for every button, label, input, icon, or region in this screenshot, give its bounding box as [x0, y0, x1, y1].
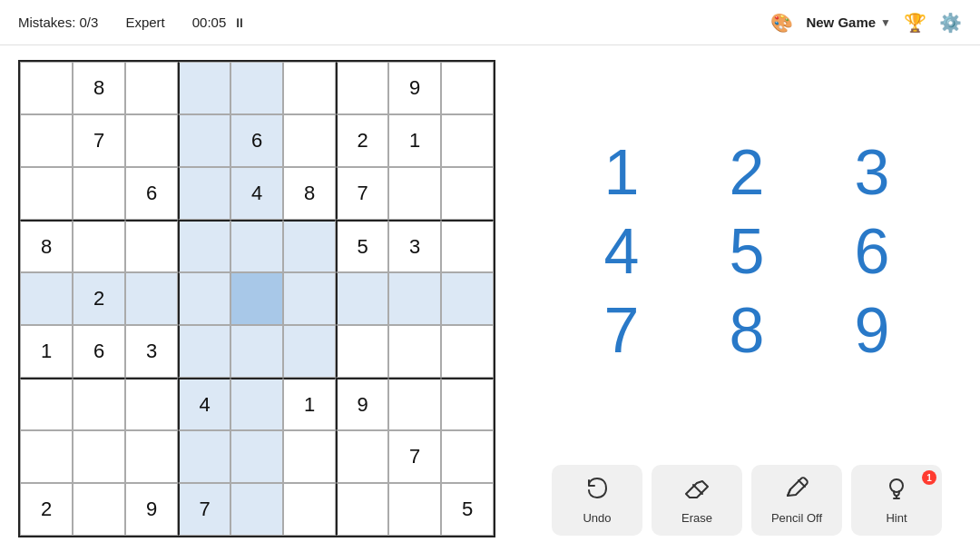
- table-row[interactable]: [178, 272, 230, 325]
- table-row[interactable]: 4: [178, 378, 230, 430]
- table-row[interactable]: [441, 378, 494, 430]
- table-row[interactable]: [125, 378, 178, 430]
- table-row[interactable]: [73, 430, 125, 483]
- table-row[interactable]: 9: [125, 483, 178, 536]
- table-row[interactable]: [178, 430, 230, 483]
- pause-icon[interactable]: ⏸: [233, 15, 246, 30]
- table-row[interactable]: [283, 483, 336, 536]
- table-row[interactable]: [20, 378, 73, 430]
- table-row[interactable]: 6: [230, 114, 283, 167]
- number-button-9[interactable]: 9: [809, 291, 935, 370]
- table-row[interactable]: [283, 220, 336, 272]
- pencil-button[interactable]: Pencil Off: [751, 465, 842, 536]
- number-button-2[interactable]: 2: [684, 133, 809, 212]
- table-row[interactable]: [388, 483, 441, 536]
- table-row[interactable]: [441, 220, 494, 272]
- table-row[interactable]: [230, 272, 283, 325]
- table-row[interactable]: [441, 325, 494, 378]
- table-row[interactable]: 5: [336, 220, 388, 272]
- table-row[interactable]: 1: [283, 378, 336, 430]
- table-row[interactable]: 6: [73, 325, 125, 378]
- gear-icon[interactable]: ⚙️: [939, 12, 962, 34]
- table-row[interactable]: 8: [73, 62, 125, 114]
- table-row[interactable]: [388, 167, 441, 220]
- table-row[interactable]: [388, 378, 441, 430]
- table-row[interactable]: [336, 430, 388, 483]
- table-row[interactable]: [178, 325, 230, 378]
- undo-button[interactable]: Undo: [552, 465, 642, 536]
- table-row[interactable]: [20, 62, 73, 114]
- number-button-3[interactable]: 3: [809, 133, 935, 212]
- table-row[interactable]: [441, 62, 494, 114]
- table-row[interactable]: [125, 114, 178, 167]
- table-row[interactable]: [73, 167, 125, 220]
- table-row[interactable]: [283, 325, 336, 378]
- table-row[interactable]: 2: [336, 114, 388, 167]
- table-row[interactable]: 9: [336, 378, 388, 430]
- table-row[interactable]: [336, 325, 388, 378]
- table-row[interactable]: [73, 378, 125, 430]
- table-row[interactable]: 4: [230, 167, 283, 220]
- table-row[interactable]: [388, 272, 441, 325]
- table-row[interactable]: [283, 430, 336, 483]
- table-row[interactable]: [125, 220, 178, 272]
- number-button-7[interactable]: 7: [559, 291, 684, 370]
- table-row[interactable]: [283, 272, 336, 325]
- table-row[interactable]: 2: [20, 483, 73, 536]
- table-row[interactable]: 8: [20, 220, 73, 272]
- table-row[interactable]: [178, 220, 230, 272]
- table-row[interactable]: [230, 220, 283, 272]
- table-row[interactable]: [73, 483, 125, 536]
- number-button-6[interactable]: 6: [809, 212, 935, 291]
- table-row[interactable]: 3: [388, 220, 441, 272]
- table-row[interactable]: [20, 114, 73, 167]
- table-row[interactable]: [20, 430, 73, 483]
- timer-section: 00:05 ⏸: [192, 15, 247, 30]
- new-game-button[interactable]: New Game ▼: [806, 15, 891, 30]
- table-row[interactable]: [336, 483, 388, 536]
- table-row[interactable]: [20, 167, 73, 220]
- number-button-5[interactable]: 5: [684, 212, 809, 291]
- table-row[interactable]: [441, 114, 494, 167]
- table-row[interactable]: [230, 62, 283, 114]
- table-row[interactable]: [283, 62, 336, 114]
- erase-button[interactable]: Erase: [652, 465, 742, 536]
- table-row[interactable]: [441, 430, 494, 483]
- number-button-4[interactable]: 4: [559, 212, 684, 291]
- table-row[interactable]: 7: [178, 483, 230, 536]
- number-button-8[interactable]: 8: [684, 291, 809, 370]
- table-row[interactable]: [283, 114, 336, 167]
- table-row[interactable]: 3: [125, 325, 178, 378]
- palette-icon[interactable]: 🎨: [770, 12, 793, 34]
- table-row[interactable]: 7: [336, 167, 388, 220]
- table-row[interactable]: 2: [73, 272, 125, 325]
- table-row[interactable]: [230, 378, 283, 430]
- table-row[interactable]: 7: [388, 430, 441, 483]
- table-row[interactable]: [125, 272, 178, 325]
- table-row[interactable]: [441, 272, 494, 325]
- table-row[interactable]: [336, 272, 388, 325]
- table-row[interactable]: [125, 62, 178, 114]
- table-row[interactable]: [178, 114, 230, 167]
- table-row[interactable]: 1: [20, 325, 73, 378]
- table-row[interactable]: 6: [125, 167, 178, 220]
- table-row[interactable]: 5: [441, 483, 494, 536]
- table-row[interactable]: [73, 220, 125, 272]
- table-row[interactable]: 9: [388, 62, 441, 114]
- trophy-icon[interactable]: 🏆: [904, 13, 926, 33]
- table-row[interactable]: [178, 62, 230, 114]
- table-row[interactable]: 7: [73, 114, 125, 167]
- table-row[interactable]: 1: [388, 114, 441, 167]
- table-row[interactable]: [125, 430, 178, 483]
- table-row[interactable]: [20, 272, 73, 325]
- table-row[interactable]: 8: [283, 167, 336, 220]
- table-row[interactable]: [230, 325, 283, 378]
- table-row[interactable]: [230, 483, 283, 536]
- table-row[interactable]: [336, 62, 388, 114]
- table-row[interactable]: [388, 325, 441, 378]
- number-button-1[interactable]: 1: [559, 133, 684, 212]
- table-row[interactable]: [178, 167, 230, 220]
- table-row[interactable]: [230, 430, 283, 483]
- hint-button[interactable]: 1 Hint: [851, 465, 942, 536]
- table-row[interactable]: [441, 167, 494, 220]
